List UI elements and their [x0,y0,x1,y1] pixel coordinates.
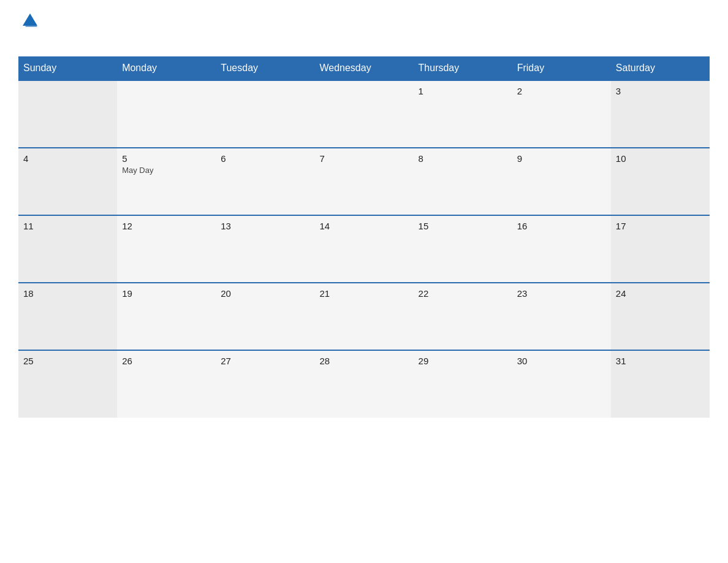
calendar-cell: 24 [611,283,710,350]
calendar-cell: 28 [314,350,413,418]
day-number: 7 [319,153,408,164]
day-header-monday: Monday [117,56,216,80]
day-header-tuesday: Tuesday [216,56,314,80]
calendar-cell: 11 [18,215,117,283]
day-number: 25 [23,356,112,366]
day-header-sunday: Sunday [18,56,117,80]
day-header-saturday: Saturday [611,56,710,80]
day-header-friday: Friday [512,56,611,80]
event-label: May Day [122,166,211,175]
calendar-cell: 26 [117,350,216,418]
calendar-cell: 17 [611,215,710,283]
day-number: 2 [517,86,606,96]
calendar-cell: 16 [512,215,611,283]
day-number: 10 [616,153,705,164]
calendar-cell [314,80,413,148]
calendar-cell: 8 [414,148,512,215]
calendar-cell: 1 [414,80,512,148]
calendar-cell: 21 [314,283,413,350]
day-number: 29 [419,356,507,366]
calendar-cell: 27 [216,350,314,418]
day-number: 19 [122,288,211,299]
calendar-cell [117,80,216,148]
calendar-cell: 18 [18,283,117,350]
day-number: 21 [319,288,408,299]
day-number: 23 [517,288,606,299]
calendar-cell: 30 [512,350,611,418]
day-number: 20 [221,288,309,299]
day-number: 12 [122,221,211,231]
day-number: 22 [419,288,507,299]
day-number: 26 [122,356,211,366]
calendar-cell: 31 [611,350,710,418]
logo [21,12,39,45]
calendar-cell: 5May Day [117,148,216,215]
calendar-cell: 23 [512,283,611,350]
calendar-cell: 20 [216,283,314,350]
day-number: 14 [319,221,408,231]
calendar-cell: 19 [117,283,216,350]
calendar-cell: 13 [216,215,314,283]
calendar-cell: 29 [414,350,512,418]
calendar-cell: 9 [512,148,611,215]
day-number: 18 [23,288,112,299]
calendar-cell: 22 [414,283,512,350]
calendar-cell: 10 [611,148,710,215]
calendar-week-row: 45May Day678910 [18,148,710,215]
page-header [18,12,710,45]
day-number: 5 [122,153,211,164]
day-number: 28 [319,356,408,366]
calendar-cell [216,80,314,148]
day-number: 17 [616,221,705,231]
calendar-week-row: 25262728293031 [18,350,710,418]
day-number: 16 [517,221,606,231]
calendar-week-row: 123 [18,80,710,148]
day-number: 4 [23,153,112,164]
calendar-cell: 25 [18,350,117,418]
day-number: 15 [419,221,507,231]
calendar-week-row: 18192021222324 [18,283,710,350]
calendar-table: SundayMondayTuesdayWednesdayThursdayFrid… [18,56,710,418]
day-number: 13 [221,221,309,231]
day-number: 6 [221,153,309,164]
calendar-cell: 14 [314,215,413,283]
calendar-cell: 4 [18,148,117,215]
calendar-cell: 7 [314,148,413,215]
calendar-cell: 12 [117,215,216,283]
day-number: 24 [616,288,705,299]
day-header-thursday: Thursday [414,56,512,80]
day-number: 1 [419,86,507,96]
logo-icon [21,12,39,29]
day-number: 9 [517,153,606,164]
calendar-week-row: 11121314151617 [18,215,710,283]
day-number: 8 [419,153,507,164]
calendar-header-row: SundayMondayTuesdayWednesdayThursdayFrid… [18,56,710,80]
day-number: 11 [23,221,112,231]
day-number: 30 [517,356,606,366]
calendar-cell: 6 [216,148,314,215]
calendar-cell: 15 [414,215,512,283]
day-header-wednesday: Wednesday [314,56,413,80]
calendar-cell: 3 [611,80,710,148]
day-number: 27 [221,356,309,366]
calendar-cell [18,80,117,148]
day-number: 31 [616,356,705,366]
day-number: 3 [616,86,705,96]
calendar-cell: 2 [512,80,611,148]
